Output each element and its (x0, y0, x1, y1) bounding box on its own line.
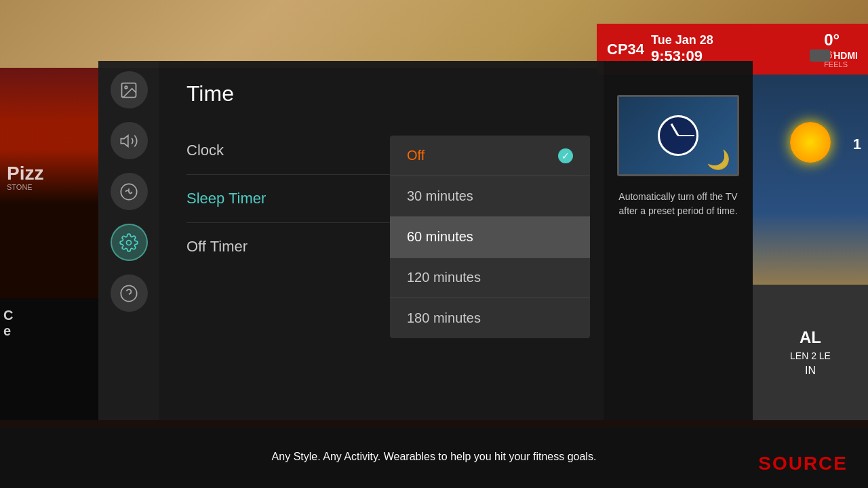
dropdown-item-180min-label: 180 minutes (407, 310, 481, 326)
hdmi-badge: HDMI (810, 49, 858, 62)
left-news-text: Ce (3, 308, 13, 339)
sidebar-item-support[interactable] (111, 274, 148, 312)
svg-marker-2 (121, 135, 128, 146)
sleep-timer-dropdown: Off ✓ 30 minutes 60 minutes 120 minutes … (390, 136, 590, 338)
moon-icon: 🌙 (707, 148, 730, 171)
clock-image (658, 115, 698, 156)
sidebar (98, 61, 159, 420)
news-right-panel: AL LEN 2 LE IN (753, 285, 868, 420)
menu-title: Time (186, 81, 576, 106)
dropdown-item-60min[interactable]: 60 minutes (390, 217, 590, 258)
sidebar-item-channel[interactable] (111, 173, 148, 210)
clock-minute-hand (678, 135, 694, 136)
sidebar-item-picture[interactable] (111, 71, 148, 108)
left-tv-content: Pizz STONE Ce (0, 68, 98, 420)
weather-date: Tue Jan 28 (651, 33, 824, 47)
dropdown-item-off[interactable]: Off ✓ (390, 136, 590, 176)
menu-item-clock-label: Clock (186, 142, 224, 159)
svg-point-6 (127, 240, 132, 245)
clock-thumbnail: 🌙 (617, 95, 739, 176)
sun-icon (790, 122, 831, 163)
news-len-text: LEN 2 LE (790, 350, 831, 361)
svg-point-7 (121, 285, 136, 301)
dropdown-item-30min[interactable]: 30 minutes (390, 176, 590, 217)
selected-check-icon: ✓ (558, 148, 573, 163)
ticker-text: Any Style. Any Activity. Wearables to he… (0, 427, 868, 463)
source-button[interactable]: SOURCE (758, 453, 848, 474)
pizza-logo: STONE (7, 183, 33, 191)
dropdown-item-120min-label: 120 minutes (407, 270, 481, 285)
info-description: Automatically turn off the TV after a pr… (617, 190, 739, 218)
bottom-ticker: Any Style. Any Activity. Wearables to he… (0, 427, 868, 488)
pizza-text: Pizz (7, 163, 43, 184)
hdmi-icon (810, 49, 830, 62)
dropdown-item-180min[interactable]: 180 minutes (390, 298, 590, 338)
sidebar-item-sound[interactable] (111, 122, 148, 159)
dropdown-item-120min[interactable]: 120 minutes (390, 258, 590, 298)
left-bottom-bg (0, 298, 98, 420)
info-panel: 🌙 Automatically turn off the TV after a … (604, 61, 753, 420)
menu-item-sleep-timer-label: Sleep Timer (186, 190, 266, 207)
channel-logo: CP34 (607, 41, 644, 58)
svg-point-1 (125, 86, 127, 89)
menu-item-off-timer-label: Off Timer (186, 238, 248, 255)
news-in-text: IN (805, 365, 816, 377)
weather-right-num: 1 (853, 136, 861, 153)
temp-high: 0° (824, 30, 848, 49)
clock-hour-hand (671, 123, 679, 136)
sidebar-item-settings[interactable] (111, 224, 148, 261)
dropdown-item-30min-label: 30 minutes (407, 188, 473, 204)
news-al-text: AL (800, 328, 821, 347)
dropdown-item-60min-label: 60 minutes (407, 229, 473, 245)
hdmi-label: HDMI (833, 50, 858, 61)
weather-info: Tue Jan 28 9:53:09 (651, 33, 824, 65)
dropdown-item-off-label: Off (407, 148, 425, 163)
